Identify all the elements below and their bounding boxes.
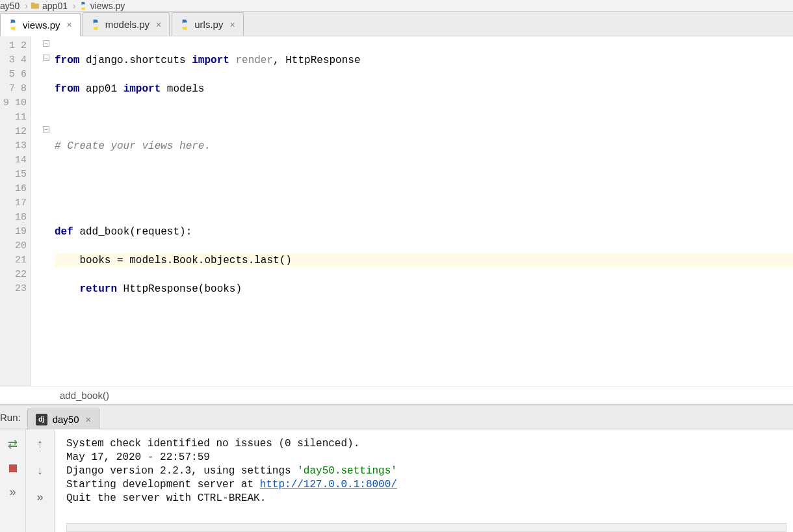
more-icon[interactable]: » xyxy=(9,485,16,499)
scroll-up-icon[interactable]: ↑ xyxy=(37,437,43,451)
horizontal-scrollbar[interactable] xyxy=(66,523,786,532)
line-number-gutter: 1 2 3 4 5 6 7 8 9 10 11 12 13 14 15 16 1… xyxy=(0,36,31,386)
run-label: Run: xyxy=(0,412,27,423)
console-line: System check identified no issues (0 sil… xyxy=(66,438,359,450)
breadcrumb-seg-app[interactable]: app01 xyxy=(31,1,68,11)
close-icon[interactable]: × xyxy=(67,19,72,30)
console-toolbar-left: ⇄ » xyxy=(0,429,26,532)
tab-label: urls.py xyxy=(194,19,223,30)
chevron-right-icon: › xyxy=(73,1,76,11)
fold-column: − − − xyxy=(31,36,55,386)
console-line: Starting development server at http://12… xyxy=(66,479,397,490)
fold-toggle-icon[interactable]: − xyxy=(43,126,49,133)
python-file-icon xyxy=(179,19,190,31)
close-icon[interactable]: × xyxy=(229,19,235,30)
tab-models[interactable]: models.py × xyxy=(83,12,170,36)
editor-tabs: views.py × models.py × urls.py × xyxy=(0,12,793,36)
run-config-name: day50 xyxy=(53,414,79,425)
tab-label: models.py xyxy=(105,19,150,30)
close-icon[interactable]: × xyxy=(86,414,92,425)
python-file-icon xyxy=(90,19,101,31)
svg-rect-1 xyxy=(31,2,34,4)
console-line: Quit the server with CTRL-BREAK. xyxy=(66,492,266,504)
restart-icon[interactable]: ⇄ xyxy=(8,437,18,451)
run-config-tab[interactable]: dj day50 × xyxy=(27,409,100,429)
console-line: Django version 2.2.3, using settings 'da… xyxy=(66,465,397,477)
tab-label: views.py xyxy=(23,19,60,31)
chevron-right-icon: › xyxy=(25,1,28,11)
code-context-breadcrumb[interactable]: add_book() xyxy=(0,386,793,404)
fold-toggle-icon[interactable]: − xyxy=(43,40,49,47)
breadcrumb-seg-file[interactable]: views.py xyxy=(79,1,125,11)
more-icon[interactable]: » xyxy=(36,490,43,504)
scroll-down-icon[interactable]: ↓ xyxy=(37,464,43,477)
console-toolbar-secondary: ↑ ↓ » xyxy=(26,429,55,532)
fold-toggle-icon[interactable]: − xyxy=(43,55,49,61)
run-toolwindow-header: Run: dj day50 × xyxy=(0,405,793,429)
run-console: ⇄ » ↑ ↓ » System check identified no iss… xyxy=(0,429,793,532)
python-file-icon xyxy=(7,19,19,31)
tab-views[interactable]: views.py × xyxy=(0,13,81,36)
breadcrumb: ay50 › app01 › views.py xyxy=(0,0,793,12)
folder-icon xyxy=(31,1,40,10)
svg-rect-0 xyxy=(31,3,39,8)
python-file-icon xyxy=(79,1,88,10)
console-line: May 17, 2020 - 22:57:59 xyxy=(66,451,210,463)
django-icon: dj xyxy=(36,414,47,425)
current-line: books = models.Book.objects.last() xyxy=(55,253,793,268)
breadcrumb-seg-project[interactable]: ay50 xyxy=(0,1,20,11)
code-content[interactable]: from django.shortcuts import render, Htt… xyxy=(55,36,793,386)
stop-icon[interactable] xyxy=(9,464,17,472)
close-icon[interactable]: × xyxy=(156,19,161,30)
code-editor[interactable]: 1 2 3 4 5 6 7 8 9 10 11 12 13 14 15 16 1… xyxy=(0,36,793,405)
console-output[interactable]: System check identified no issues (0 sil… xyxy=(55,429,793,532)
tab-urls[interactable]: urls.py × xyxy=(172,12,243,36)
server-url-link[interactable]: http://127.0.0.1:8000/ xyxy=(260,479,397,490)
